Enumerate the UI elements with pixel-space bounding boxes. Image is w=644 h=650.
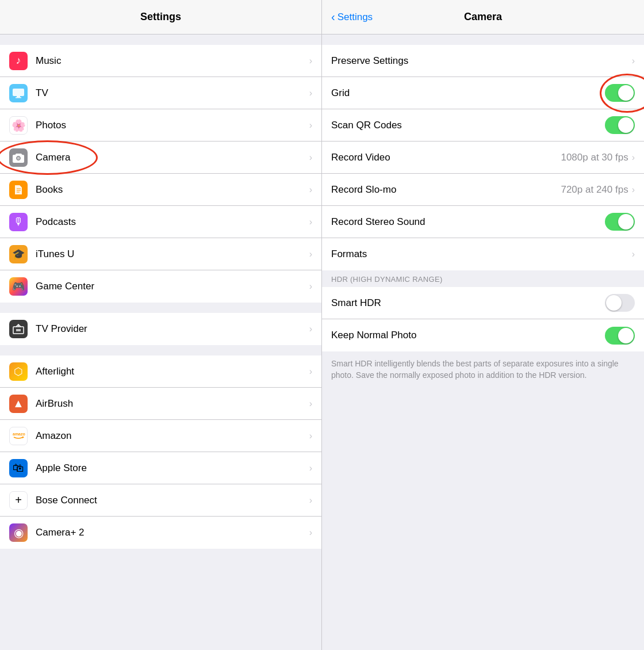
record-slo-mo-row[interactable]: Record Slo-mo 720p at 240 fps ›: [322, 174, 644, 206]
smart-hdr-label: Smart HDR: [331, 297, 605, 309]
settings-row-game-center[interactable]: 🎮 Game Center ›: [0, 270, 321, 303]
camera-settings-header: ‹ Settings Camera: [322, 0, 644, 35]
afterlight-icon: ⬡: [9, 362, 28, 381]
preserve-settings-label: Preserve Settings: [331, 55, 632, 67]
itunes-u-label: iTunes U: [36, 248, 305, 260]
photos-label: Photos: [36, 120, 305, 131]
apple-store-chevron: ›: [309, 463, 312, 473]
hdr-note: Smart HDR intelligently blends the best …: [322, 351, 644, 388]
right-top-separator: [322, 35, 644, 45]
camera-icon: [9, 148, 28, 167]
main-settings-group: ♪ Music › TV › 🌸 Photos ›: [0, 45, 321, 303]
settings-row-podcasts[interactable]: 🎙 Podcasts ›: [0, 206, 321, 238]
camera-label: Camera: [36, 152, 305, 163]
record-video-label: Record Video: [331, 152, 561, 163]
amazon-chevron: ›: [309, 431, 312, 441]
smart-hdr-toggle[interactable]: [605, 294, 635, 312]
camera2-icon: ◉: [9, 523, 28, 542]
afterlight-chevron: ›: [309, 366, 312, 377]
scan-qr-toggle-knob: [618, 117, 634, 133]
top-separator: [0, 35, 321, 45]
apple-store-label: Apple Store: [36, 462, 305, 474]
tv-provider-chevron: ›: [309, 324, 312, 334]
keep-normal-photo-toggle-knob: [618, 328, 634, 343]
camera2-label: Camera+ 2: [36, 527, 305, 538]
formats-row[interactable]: Formats ›: [322, 238, 644, 270]
grid-toggle[interactable]: [605, 84, 635, 102]
apple-store-icon: 🛍: [9, 459, 28, 477]
keep-normal-photo-toggle[interactable]: [605, 327, 635, 345]
keep-normal-photo-row[interactable]: Keep Normal Photo: [322, 319, 644, 351]
back-label: Settings: [338, 12, 373, 23]
music-icon: ♪: [9, 52, 28, 70]
podcasts-chevron: ›: [309, 217, 312, 227]
camera-chevron: ›: [309, 152, 312, 163]
record-video-chevron: ›: [632, 152, 635, 163]
preserve-settings-chevron: ›: [632, 56, 635, 66]
music-label: Music: [36, 55, 305, 67]
settings-row-books[interactable]: Books ›: [0, 174, 321, 206]
left-panel: Settings ♪ Music › TV › 🌸 Photos ›: [0, 0, 322, 650]
grid-row[interactable]: Grid: [322, 77, 644, 109]
photos-chevron: ›: [309, 120, 312, 131]
afterlight-label: Afterlight: [36, 366, 305, 377]
game-center-chevron: ›: [309, 281, 312, 292]
back-button[interactable]: ‹ Settings: [331, 10, 373, 24]
photos-icon: 🌸: [9, 116, 28, 135]
smart-hdr-toggle-knob: [606, 295, 622, 311]
airbrush-icon: ▲: [9, 395, 28, 413]
grid-toggle-knob: [618, 85, 634, 101]
svg-rect-1: [17, 96, 20, 97]
game-center-icon: 🎮: [9, 277, 28, 296]
record-stereo-label: Record Stereo Sound: [331, 216, 605, 228]
settings-row-tv-provider[interactable]: TV Provider ›: [0, 313, 321, 345]
settings-row-camera2[interactable]: ◉ Camera+ 2 ›: [0, 517, 321, 549]
record-stereo-row[interactable]: Record Stereo Sound: [322, 206, 644, 238]
settings-row-photos[interactable]: 🌸 Photos ›: [0, 109, 321, 142]
record-slo-mo-chevron: ›: [632, 185, 635, 195]
airbrush-label: AirBrush: [36, 398, 305, 410]
settings-row-itunes-u[interactable]: 🎓 iTunes U ›: [0, 238, 321, 270]
podcasts-icon: 🎙: [9, 213, 28, 231]
podcasts-label: Podcasts: [36, 216, 305, 228]
apps-group: ⬡ Afterlight › ▲ AirBrush › amazon Amazo…: [0, 355, 321, 549]
tv-provider-label: TV Provider: [36, 323, 305, 335]
record-video-row[interactable]: Record Video 1080p at 30 fps ›: [322, 142, 644, 174]
scan-qr-toggle[interactable]: [605, 116, 635, 134]
bose-label: Bose Connect: [36, 495, 305, 506]
record-slo-mo-label: Record Slo-mo: [331, 184, 561, 196]
back-chevron-icon: ‹: [331, 10, 335, 24]
record-stereo-toggle[interactable]: [605, 213, 635, 231]
svg-rect-9: [16, 329, 21, 331]
record-slo-mo-value: 720p at 240 fps: [561, 184, 628, 196]
amazon-icon: amazon: [9, 427, 28, 445]
hdr-section-header: HDR (HIGH DYNAMIC RANGE): [322, 270, 644, 287]
settings-row-amazon[interactable]: amazon Amazon ›: [0, 420, 321, 452]
smart-hdr-row[interactable]: Smart HDR: [322, 287, 644, 319]
settings-row-airbrush[interactable]: ▲ AirBrush ›: [0, 388, 321, 420]
svg-rect-2: [16, 97, 21, 98]
tv-label: TV: [36, 87, 305, 99]
left-title: Settings: [140, 11, 181, 23]
itunes-u-chevron: ›: [309, 249, 312, 259]
tv-provider-group: TV Provider ›: [0, 313, 321, 345]
formats-label: Formats: [331, 248, 632, 260]
bose-icon: +: [9, 491, 28, 510]
scan-qr-row[interactable]: Scan QR Codes: [322, 109, 644, 142]
books-label: Books: [36, 184, 305, 196]
settings-row-afterlight[interactable]: ⬡ Afterlight ›: [0, 355, 321, 388]
record-video-value: 1080p at 30 fps: [561, 152, 628, 163]
settings-row-bose[interactable]: + Bose Connect ›: [0, 484, 321, 517]
settings-row-tv[interactable]: TV ›: [0, 77, 321, 109]
grid-label: Grid: [331, 87, 605, 99]
music-chevron: ›: [309, 56, 312, 66]
bose-chevron: ›: [309, 495, 312, 506]
settings-row-music[interactable]: ♪ Music ›: [0, 45, 321, 77]
keep-normal-photo-label: Keep Normal Photo: [331, 330, 605, 341]
tv-provider-icon: [9, 320, 28, 338]
settings-row-camera[interactable]: Camera ›: [0, 142, 321, 174]
svg-text:amazon: amazon: [13, 432, 25, 436]
books-chevron: ›: [309, 185, 312, 195]
preserve-settings-row[interactable]: Preserve Settings ›: [322, 45, 644, 77]
settings-row-apple-store[interactable]: 🛍 Apple Store ›: [0, 452, 321, 484]
